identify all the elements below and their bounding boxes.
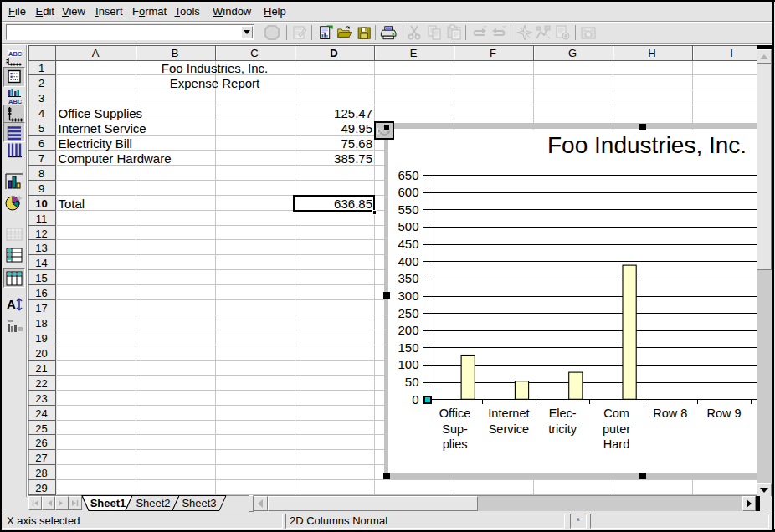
svg-text:ABC: ABC: [8, 98, 23, 105]
svg-text:A: A: [7, 297, 16, 311]
svg-text:ABC: ABC: [8, 50, 23, 58]
